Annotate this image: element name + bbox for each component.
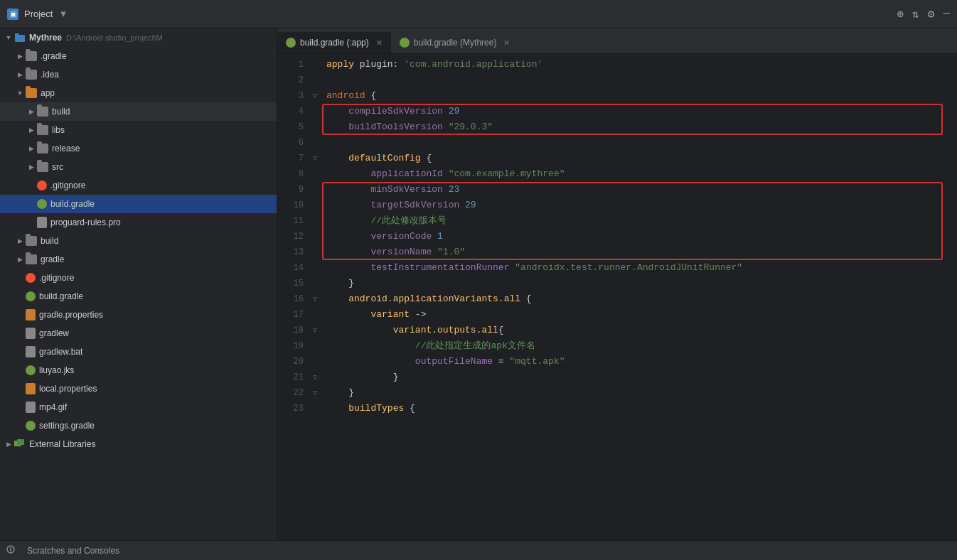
window-controls: ⊕ ⇅ ⚙ —: [897, 7, 950, 21]
build-app-folder-icon: [37, 107, 48, 117]
build-app-label: build: [52, 107, 70, 117]
code-line-22: }: [326, 385, 951, 401]
tree-arrow-src: [26, 161, 37, 173]
gitignore-app-icon: [37, 181, 47, 190]
sidebar-item-liuyao-jks[interactable]: liuyao.jks: [0, 361, 277, 379]
build-gradle-app-label: build.gradle: [50, 199, 95, 209]
tab-bar: build.gradle (:app) ✕ build.gradle (Myth…: [277, 28, 957, 54]
sidebar-item-idea-dir[interactable]: .idea: [0, 65, 277, 84]
tab-build-mythree-icon: [400, 38, 410, 48]
code-line-12: versionCode 1: [326, 229, 951, 244]
gutter-13: [309, 244, 321, 260]
build-root-label: build: [41, 236, 58, 246]
gutter-3[interactable]: ▽: [309, 88, 321, 104]
tab-build-app-label: build.gradle (:app): [300, 38, 369, 48]
new-window-btn[interactable]: ⊕: [897, 7, 904, 21]
proguard-label: proguard-rules.pro: [50, 217, 121, 227]
gradlew-icon: [26, 328, 36, 339]
svg-rect-3: [17, 439, 24, 445]
sidebar-item-gradle-dir[interactable]: .gradle: [0, 47, 277, 65]
sidebar-item-mp4-gif[interactable]: mp4.gif: [0, 398, 277, 416]
local-properties-icon: [26, 383, 36, 394]
code-line-7: defaultConfig {: [326, 151, 951, 166]
gutter-16[interactable]: ▽: [309, 291, 321, 307]
sidebar-item-gitignore-root[interactable]: .gitignore: [0, 269, 277, 287]
sidebar-item-root-project[interactable]: Mythree D:\Android studio_project\M: [0, 28, 277, 47]
project-label[interactable]: Project: [24, 9, 53, 19]
mp4-gif-icon: [26, 402, 36, 413]
gutter-21[interactable]: ▽: [309, 370, 321, 385]
code-line-13: versionName "1.0": [326, 244, 951, 260]
title-bar: ▣ Project ▼ ⊕ ⇅ ⚙ —: [0, 0, 957, 28]
gutter-4: [309, 104, 321, 119]
tree-arrow-release: [26, 143, 37, 154]
gutter-1: [309, 57, 321, 72]
sidebar-item-build-root[interactable]: build: [0, 232, 277, 250]
build-gradle-app-icon: [37, 199, 47, 209]
sidebar-item-libs[interactable]: libs: [0, 121, 277, 139]
settings-gradle-icon: [26, 421, 36, 431]
root-project-name: Mythree: [29, 33, 62, 43]
sidebar-item-build-app[interactable]: build: [0, 102, 277, 121]
sidebar-item-build-gradle-root[interactable]: build.gradle: [0, 287, 277, 306]
gutter-12: [309, 229, 321, 244]
gutter-20: [309, 354, 321, 370]
settings-gradle-label: settings.gradle: [39, 421, 95, 431]
scratches-label[interactable]: Scratches and Consoles: [27, 546, 119, 556]
app-folder-icon: [26, 88, 37, 98]
gitignore-root-label: .gitignore: [39, 273, 74, 283]
root-project-path: D:\Android studio_project\M: [66, 33, 163, 42]
gutter-10: [309, 198, 321, 213]
sidebar-item-build-gradle-app[interactable]: build.gradle: [0, 195, 277, 213]
build-gradle-root-icon: [26, 291, 36, 301]
code-line-3: android {: [326, 88, 951, 104]
code-line-23: buildTypes {: [326, 401, 951, 416]
tree-arrow-external-libs: [3, 438, 14, 450]
sidebar-item-app-dir[interactable]: app: [0, 84, 277, 102]
project-folder-icon: [14, 32, 26, 43]
code-line-8: applicationId "com.example.mythree": [326, 166, 951, 182]
title-bar-left: ▣ Project ▼: [7, 9, 68, 20]
line-numbers: 1 2 3 4 5 6 7 8 9 10 11 12 13 14 15 16 1…: [277, 54, 309, 540]
tree-arrow-root: [3, 32, 14, 43]
minimize-btn[interactable]: —: [943, 7, 950, 21]
editor[interactable]: build.gradle (:app) ✕ build.gradle (Myth…: [277, 28, 957, 540]
tab-build-app-icon: [286, 38, 296, 48]
code-line-21: }: [326, 370, 951, 385]
tab-build-mythree-label: build.gradle (Mythree): [414, 38, 497, 48]
sidebar-item-gradle-root[interactable]: gradle: [0, 250, 277, 269]
gutter-23: [309, 401, 321, 416]
gutter-7[interactable]: ▽: [309, 151, 321, 166]
layout-btn[interactable]: ⇅: [912, 7, 919, 21]
code-line-16: android.applicationVariants.all {: [326, 291, 951, 307]
sidebar-item-gradle-properties[interactable]: gradle.properties: [0, 306, 277, 324]
sidebar-item-settings-gradle[interactable]: settings.gradle: [0, 416, 277, 435]
tree-arrow-gradle: [14, 50, 26, 62]
gradlew-bat-label: gradlew.bat: [39, 347, 82, 357]
gutter-17: [309, 307, 321, 323]
sidebar-item-external-libraries[interactable]: External Libraries: [0, 435, 277, 453]
sidebar-item-gradlew[interactable]: gradlew: [0, 324, 277, 343]
gradle-dir-label: .gradle: [41, 51, 67, 61]
sidebar-item-release[interactable]: release: [0, 139, 277, 158]
sidebar-item-local-properties[interactable]: local.properties: [0, 379, 277, 398]
tab-build-app-close[interactable]: ✕: [376, 38, 383, 48]
sidebar-item-gradlew-bat[interactable]: gradlew.bat: [0, 343, 277, 361]
gutter-14: [309, 260, 321, 276]
settings-btn[interactable]: ⚙: [928, 7, 935, 21]
sidebar-item-src[interactable]: src: [0, 158, 277, 176]
gutter-22[interactable]: ▽: [309, 385, 321, 401]
gutter-18[interactable]: ▽: [309, 323, 321, 338]
sidebar-item-proguard[interactable]: proguard-rules.pro: [0, 213, 277, 232]
tab-build-mythree[interactable]: build.gradle (Mythree) ✕: [391, 32, 519, 53]
code-line-11: //此处修改版本号: [326, 213, 951, 229]
tab-build-app[interactable]: build.gradle (:app) ✕: [277, 32, 391, 53]
scratches-icon: [6, 544, 16, 556]
idea-dir-label: .idea: [41, 70, 59, 80]
gitignore-app-label: .gitignore: [50, 181, 85, 190]
sidebar-item-gitignore-app[interactable]: .gitignore: [0, 176, 277, 195]
dropdown-arrow[interactable]: ▼: [58, 9, 68, 19]
tab-build-mythree-close[interactable]: ✕: [503, 38, 510, 48]
main-content: Mythree D:\Android studio_project\M .gra…: [0, 28, 957, 540]
gitignore-root-icon: [26, 273, 36, 283]
